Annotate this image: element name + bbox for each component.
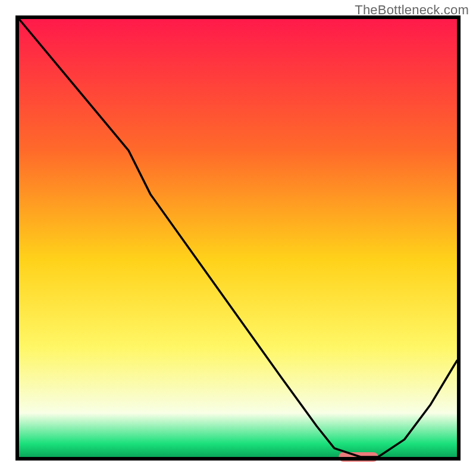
watermark-text: TheBottleneck.com xyxy=(355,2,469,18)
bottleneck-chart xyxy=(0,0,476,476)
plot-area xyxy=(17,17,459,462)
chart-container: TheBottleneck.com xyxy=(0,0,476,476)
gradient-background xyxy=(19,19,457,457)
